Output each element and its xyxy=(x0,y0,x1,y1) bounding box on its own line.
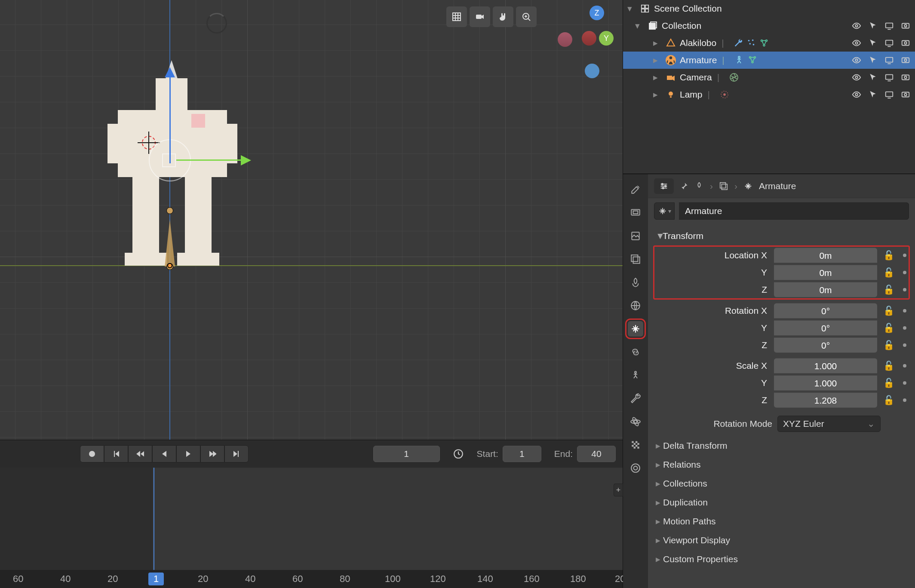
gizmo-z[interactable]: Z xyxy=(590,6,604,20)
manipulator-axis-z[interactable] xyxy=(168,73,172,163)
tab-output[interactable] xyxy=(628,228,643,244)
viewport-display-header[interactable]: ▸Viewport Display xyxy=(648,531,915,550)
screen-icon[interactable] xyxy=(884,21,894,31)
anim-dot[interactable] xyxy=(903,271,906,274)
add-region-button[interactable]: + xyxy=(614,484,623,496)
tab-scene[interactable] xyxy=(628,275,643,290)
screen-icon[interactable] xyxy=(884,38,894,48)
anim-dot[interactable] xyxy=(903,364,906,368)
render-icon[interactable] xyxy=(900,90,911,99)
eye-icon[interactable] xyxy=(851,21,862,31)
rotation-mode-select[interactable]: XYZ Euler⌄ xyxy=(777,416,881,432)
layers-crumb-icon[interactable] xyxy=(719,181,728,191)
expand-icon[interactable]: ▸ xyxy=(653,89,662,100)
render-icon[interactable] xyxy=(900,73,911,82)
rotation-z-field[interactable]: 0° xyxy=(774,337,877,353)
expand-icon[interactable]: ▾ xyxy=(635,21,644,31)
relations-header[interactable]: ▸Relations xyxy=(648,455,915,474)
start-frame-field[interactable]: 1 xyxy=(503,446,541,462)
camera-icon[interactable] xyxy=(470,6,490,27)
collections-header[interactable]: ▸Collections xyxy=(648,474,915,493)
jump-end-button[interactable] xyxy=(224,445,249,462)
current-frame-field[interactable]: 1 xyxy=(373,446,440,462)
cursor-icon[interactable] xyxy=(868,73,878,82)
object-name-field[interactable] xyxy=(679,202,909,220)
tab-bone[interactable] xyxy=(628,391,643,406)
armature-link-icon[interactable] xyxy=(748,55,757,65)
cursor-icon[interactable] xyxy=(868,55,878,65)
timeline-ruler[interactable]: 60 40 20 1 20 40 60 80 100 120 140 160 1… xyxy=(0,570,623,588)
bone[interactable] xyxy=(165,211,175,266)
lock-icon[interactable]: 🔓 xyxy=(879,285,899,295)
eye-icon[interactable] xyxy=(851,90,862,99)
hand-icon[interactable] xyxy=(493,6,513,27)
scale-x-field[interactable]: 1.000 xyxy=(774,358,877,374)
wrench-icon[interactable] xyxy=(734,38,743,48)
screen-icon[interactable] xyxy=(884,73,894,82)
rotation-x-field[interactable]: 0° xyxy=(774,303,877,318)
tab-render[interactable] xyxy=(628,205,643,220)
outliner-item-mesh[interactable]: ▸ Alakilobo | xyxy=(623,34,915,52)
lock-icon[interactable]: 🔓 xyxy=(879,250,899,260)
lock-icon[interactable]: 🔓 xyxy=(879,267,899,278)
pose-icon[interactable] xyxy=(734,55,744,65)
gizmo-z-neg[interactable] xyxy=(585,64,599,78)
cursor-icon[interactable] xyxy=(868,38,878,48)
custom-properties-header[interactable]: ▸Custom Properties xyxy=(648,550,915,569)
bone-tip[interactable] xyxy=(166,207,173,214)
pin-icon[interactable] xyxy=(680,182,688,190)
grid-icon[interactable] xyxy=(446,6,467,27)
point-light-icon[interactable] xyxy=(719,89,730,100)
anim-dot[interactable] xyxy=(903,309,906,312)
gizmo-y[interactable]: Y xyxy=(599,31,614,46)
viewport-3d[interactable]: Z Y xyxy=(0,0,623,440)
anim-dot[interactable] xyxy=(903,288,906,291)
motion-paths-header[interactable]: ▸Motion Paths xyxy=(648,512,915,531)
scene-crumb-icon[interactable] xyxy=(694,181,704,191)
anim-dot[interactable] xyxy=(903,381,906,385)
anim-dot[interactable] xyxy=(903,343,906,347)
gizmo-x[interactable] xyxy=(582,31,596,46)
anim-dot[interactable] xyxy=(903,398,906,402)
tab-armature-data[interactable] xyxy=(628,368,643,383)
light-widget[interactable] xyxy=(206,13,227,34)
manipulator-axis-y[interactable] xyxy=(176,159,245,162)
tab-viewlayer[interactable] xyxy=(628,251,643,267)
particles-icon[interactable] xyxy=(746,38,756,48)
tab-particles[interactable] xyxy=(628,460,643,476)
tab-world[interactable] xyxy=(628,298,643,313)
rotation-y-field[interactable]: 0° xyxy=(774,320,877,336)
tab-physics[interactable] xyxy=(628,414,643,429)
cursor-icon[interactable] xyxy=(868,90,878,99)
play-reverse-button[interactable] xyxy=(152,445,176,462)
lock-icon[interactable]: 🔓 xyxy=(879,306,899,316)
lock-icon[interactable]: 🔓 xyxy=(879,395,899,405)
lock-icon[interactable]: 🔓 xyxy=(879,323,899,333)
outliner-item-lamp[interactable]: ▸ Lamp | xyxy=(623,86,915,103)
expand-icon[interactable]: ▸ xyxy=(653,38,662,48)
scale-y-field[interactable]: 1.000 xyxy=(774,375,877,391)
anim-dot[interactable] xyxy=(903,254,906,257)
cursor-icon[interactable] xyxy=(868,21,878,31)
expand-icon[interactable]: ▸ xyxy=(653,55,662,65)
lock-icon[interactable]: 🔓 xyxy=(879,340,899,350)
location-x-field[interactable]: 0m xyxy=(774,248,877,263)
datablock-picker[interactable]: ▾ xyxy=(654,202,675,220)
lock-icon[interactable]: 🔓 xyxy=(879,378,899,388)
outliner-scene-collection[interactable]: ▾ Scene Collection xyxy=(623,0,915,17)
outliner-collection[interactable]: ▾ Collection xyxy=(623,17,915,34)
keyframe-next-button[interactable] xyxy=(200,445,224,462)
outliner-item-camera[interactable]: ▸ Camera | xyxy=(623,69,915,86)
aperture-icon[interactable] xyxy=(729,72,739,83)
anim-dot[interactable] xyxy=(903,326,906,330)
origin[interactable] xyxy=(167,263,172,268)
scale-z-field[interactable]: 1.208 xyxy=(774,392,877,408)
tab-constraints[interactable] xyxy=(628,344,643,360)
delta-transform-header[interactable]: ▸Delta Transform xyxy=(648,436,915,455)
record-button[interactable] xyxy=(80,445,104,462)
outliner-item-armature[interactable]: ▸ Armature | xyxy=(623,52,915,69)
screen-icon[interactable] xyxy=(884,90,894,99)
render-icon[interactable] xyxy=(900,38,911,48)
nav-gizmo[interactable]: Z Y xyxy=(526,4,612,107)
expand-icon[interactable]: ▸ xyxy=(653,72,662,83)
